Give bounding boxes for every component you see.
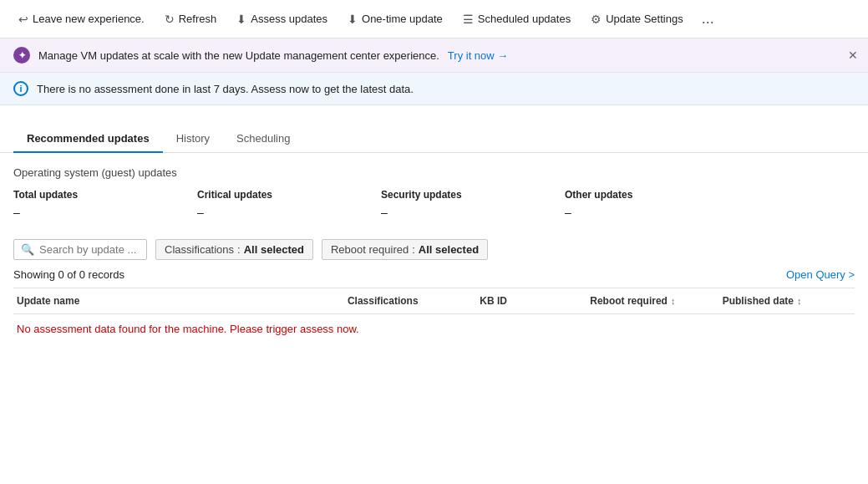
toolbar: ↩ Leave new experience. ↻ Refresh ⬇ Asse… [0, 0, 868, 38]
update-settings-button[interactable]: ⚙ Update Settings [582, 8, 692, 31]
assess-label: Assess updates [251, 13, 327, 25]
open-query-link[interactable]: Open Query > [786, 268, 855, 281]
leave-label: Leave new experience. [33, 13, 145, 25]
stat-total-value: – [13, 206, 147, 219]
vm-banner-icon: ✦ [13, 47, 30, 64]
filters-row: 🔍 Classifications : All selected Reboot … [13, 239, 855, 260]
scheduled-updates-button[interactable]: ☰ Scheduled updates [454, 8, 579, 31]
assess-icon: ⬇ [236, 13, 246, 26]
col-header-published-date[interactable]: Published date ↕ [723, 295, 855, 307]
leave-experience-button[interactable]: ↩ Leave new experience. [10, 8, 153, 31]
reboot-sort-icon[interactable]: ↕ [671, 296, 676, 306]
tab-history[interactable]: History [163, 125, 223, 153]
col-header-reboot[interactable]: Reboot required ↕ [590, 295, 722, 307]
search-input[interactable] [39, 243, 140, 256]
stat-other-updates: Other updates – [565, 189, 698, 219]
stat-security-label: Security updates [381, 189, 515, 201]
try-it-now-link[interactable]: Try it now → [448, 49, 508, 62]
banner-close-button[interactable]: ✕ [848, 48, 858, 62]
search-box[interactable]: 🔍 [13, 239, 147, 260]
stats-row: Total updates – Critical updates – Secur… [13, 189, 855, 219]
tabs: Recommended updates History Scheduling [13, 125, 855, 152]
stat-total-label: Total updates [13, 189, 147, 201]
records-row: Showing 0 of 0 records Open Query > [13, 268, 855, 281]
banner-purple-text: Manage VM updates at scale with the new … [38, 49, 439, 62]
published-date-label: Published date [723, 295, 794, 307]
leave-icon: ↩ [18, 13, 28, 26]
tab-scheduling[interactable]: Scheduling [223, 125, 303, 153]
col-header-update-name: Update name [13, 295, 348, 307]
assess-updates-button[interactable]: ⬇ Assess updates [228, 8, 336, 31]
records-count: Showing 0 of 0 records [13, 268, 124, 281]
main-content: Operating system (guest) updates Total u… [0, 153, 868, 357]
stat-other-value: – [565, 206, 698, 219]
settings-label: Update Settings [606, 13, 683, 25]
refresh-button[interactable]: ↻ Refresh [156, 8, 226, 31]
search-icon: 🔍 [21, 243, 34, 256]
assessment-info-banner: i There is no assessment done in last 7 … [0, 73, 868, 105]
tabs-container: Recommended updates History Scheduling [0, 112, 868, 153]
stat-other-label: Other updates [565, 189, 698, 201]
banner-info-text: There is no assessment done in last 7 da… [37, 83, 414, 95]
updates-table: Update name Classifications KB ID Reboot… [13, 288, 855, 344]
stat-critical-label: Critical updates [197, 189, 331, 201]
col-header-classifications: Classifications [348, 295, 480, 307]
refresh-icon: ↻ [165, 13, 175, 26]
info-icon: i [13, 81, 28, 96]
stat-security-updates: Security updates – [381, 189, 515, 219]
scheduled-icon: ☰ [463, 13, 474, 26]
tab-recommended-updates[interactable]: Recommended updates [13, 125, 163, 153]
onetime-update-button[interactable]: ⬇ One-time update [339, 8, 451, 31]
classifications-filter[interactable]: Classifications : All selected [155, 239, 313, 260]
date-sort-icon[interactable]: ↕ [797, 296, 802, 306]
table-header: Update name Classifications KB ID Reboot… [13, 288, 855, 314]
stat-security-value: – [381, 206, 515, 219]
onetime-icon: ⬇ [348, 13, 358, 26]
stat-critical-updates: Critical updates – [197, 189, 331, 219]
col-header-kb-id: KB ID [480, 295, 590, 307]
reboot-filter-value: All selected [419, 243, 479, 256]
section-title: Operating system (guest) updates [13, 166, 855, 179]
stat-critical-value: – [197, 206, 331, 219]
onetime-label: One-time update [362, 13, 443, 25]
manage-vm-banner: ✦ Manage VM updates at scale with the ne… [0, 38, 868, 73]
table-empty-message: No assessment data found for the machine… [13, 314, 855, 344]
classifications-filter-value: All selected [244, 243, 304, 256]
settings-icon: ⚙ [591, 13, 602, 26]
reboot-col-label: Reboot required [590, 295, 667, 307]
classifications-filter-label: Classifications [165, 243, 234, 256]
refresh-label: Refresh [179, 13, 217, 25]
stat-total-updates: Total updates – [13, 189, 147, 219]
reboot-filter-label: Reboot required [331, 243, 409, 256]
reboot-filter[interactable]: Reboot required : All selected [322, 239, 488, 260]
scheduled-label: Scheduled updates [478, 13, 571, 25]
more-button[interactable]: ... [695, 7, 721, 31]
